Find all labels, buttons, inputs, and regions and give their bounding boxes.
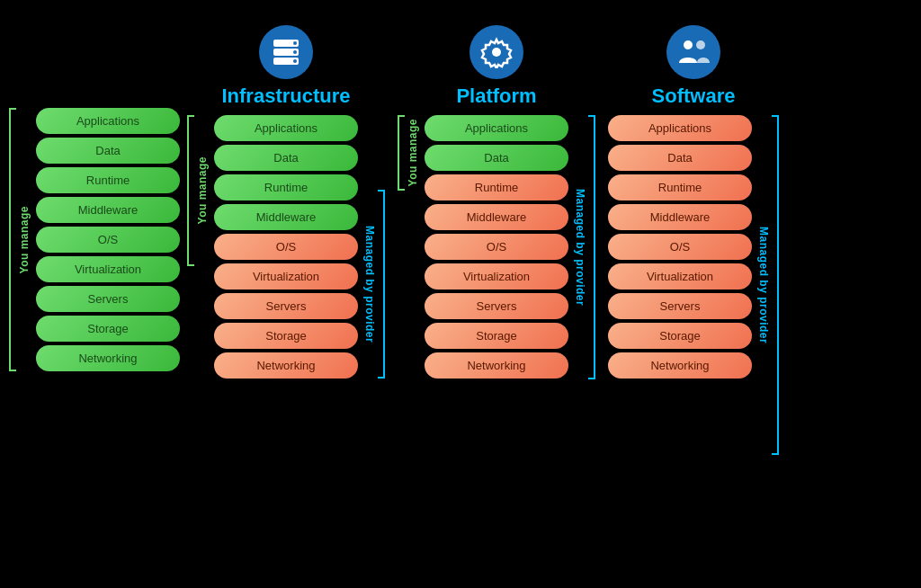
svg-point-7: [684, 40, 693, 49]
platform-title: Platform: [456, 85, 536, 108]
you-manage-label-platform: You manage: [405, 119, 421, 186]
list-item: Applications: [608, 115, 752, 141]
list-item: Virtualization: [425, 263, 568, 290]
managed-by-provider-label-software: Managed by provider: [756, 227, 772, 343]
list-item: Servers: [425, 293, 568, 319]
left-bracket-infra: You manage: [187, 115, 210, 379]
list-item: Networking: [608, 352, 752, 379]
right-bracket-software: Managed by provider: [756, 115, 779, 455]
list-item: Networking: [36, 345, 180, 371]
list-item: Data: [425, 145, 568, 171]
list-item: Middleware: [608, 204, 752, 230]
list-item: Storage: [608, 323, 752, 349]
left-bracket-platform: You manage: [398, 115, 421, 379]
you-manage-label-on-premise: You manage: [16, 206, 32, 273]
col-infrastructure: Infrastructure You manage Applications D…: [187, 9, 385, 379]
list-item: Data: [608, 145, 752, 171]
svg-point-5: [293, 59, 297, 63]
list-item: Servers: [608, 293, 752, 319]
list-item: Applications: [425, 115, 568, 141]
svg-point-4: [293, 50, 297, 54]
main-container: You manage Applications Data Runtime Mid…: [0, 0, 921, 588]
managed-by-provider-label-platform: Managed by provider: [572, 189, 588, 306]
infra-icon: [259, 25, 313, 79]
list-item: Runtime: [214, 174, 358, 200]
list-item: Applications: [36, 108, 180, 134]
list-item: Virtualization: [36, 256, 180, 282]
stack-platform: Applications Data Runtime Middleware O/S…: [425, 115, 568, 379]
managed-by-provider-label-infra: Managed by provider: [362, 226, 378, 343]
list-item: Virtualization: [608, 263, 752, 290]
infra-title: Infrastructure: [221, 85, 350, 108]
list-item: Storage: [214, 323, 358, 349]
list-item: O/S: [608, 234, 752, 260]
list-item: Middleware: [425, 204, 568, 230]
list-item: Runtime: [425, 174, 568, 200]
list-item: O/S: [425, 234, 568, 260]
list-item: Runtime: [36, 167, 180, 193]
col-software: Software Applications Data Runtime Middl…: [608, 9, 779, 455]
list-item: Storage: [36, 316, 180, 342]
software-icon: [666, 25, 720, 79]
list-item: O/S: [36, 227, 180, 253]
list-item: Middleware: [214, 204, 358, 230]
platform-header: Platform: [456, 9, 536, 108]
list-item: O/S: [214, 234, 358, 260]
stack-infrastructure: Applications Data Runtime Middleware O/S…: [214, 115, 358, 379]
svg-point-8: [696, 40, 705, 49]
stack-on-premise: Applications Data Runtime Middleware O/S…: [36, 108, 180, 371]
list-item: Applications: [214, 115, 358, 141]
list-item: Servers: [36, 286, 180, 312]
col-platform: Platform You manage Applications Data Ru…: [398, 9, 595, 379]
you-manage-label-infra: You manage: [194, 156, 210, 224]
software-title: Software: [652, 85, 736, 108]
list-item: Storage: [425, 323, 568, 349]
software-header: Software: [652, 9, 736, 108]
right-bracket-infra: Managed by provider: [362, 115, 385, 379]
right-bracket-platform: Managed by provider: [572, 115, 595, 379]
infra-header: Infrastructure: [221, 9, 350, 108]
svg-point-6: [492, 48, 501, 57]
list-item: Servers: [214, 293, 358, 319]
list-item: Networking: [214, 352, 358, 379]
list-item: Virtualization: [214, 263, 358, 290]
list-item: Middleware: [36, 197, 180, 223]
col-on-premise: You manage Applications Data Runtime Mid…: [9, 108, 180, 371]
platform-icon: [469, 25, 523, 79]
svg-point-3: [293, 41, 297, 45]
list-item: Data: [214, 145, 358, 171]
stack-software: Applications Data Runtime Middleware O/S…: [608, 115, 752, 455]
list-item: Runtime: [608, 174, 752, 200]
list-item: Data: [36, 138, 180, 164]
left-bracket-on-premise: You manage: [9, 108, 32, 371]
list-item: Networking: [425, 352, 568, 379]
